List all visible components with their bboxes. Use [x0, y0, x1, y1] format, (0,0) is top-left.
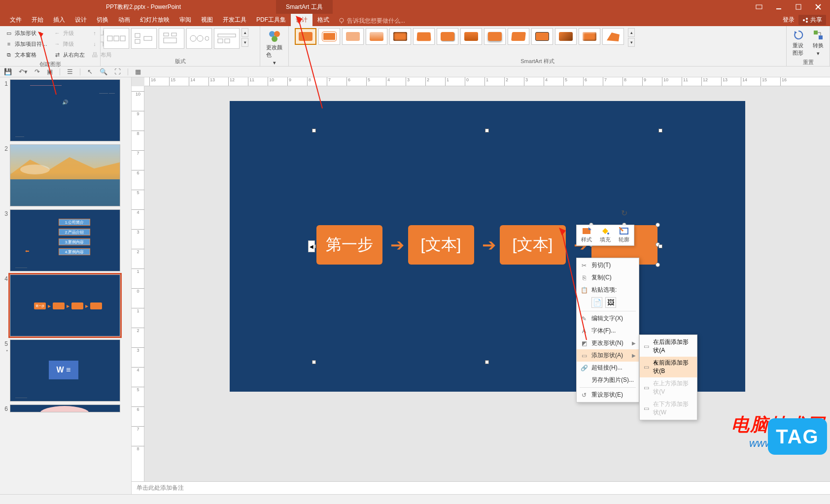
slide-thumbnails-pane[interactable]: 1 ———————— ——— —— 🔊 ——— 2 3 ⬅ 1.公司简介 2.产…	[0, 77, 132, 494]
style-option-14[interactable]	[602, 28, 624, 45]
style-option-7[interactable]	[437, 28, 458, 45]
add-shape-button[interactable]: ▭添加形状▾	[3, 28, 49, 38]
layout-option-1[interactable]	[104, 28, 129, 49]
tab-animations[interactable]: 动画	[113, 14, 135, 26]
text-pane-button[interactable]: ⧉文本窗格	[3, 50, 49, 60]
qat-undo-icon[interactable]: ↶▾	[19, 68, 28, 75]
style-option-1[interactable]	[295, 28, 316, 45]
mini-style-button[interactable]: 样式	[579, 227, 594, 243]
smartart-node-2[interactable]: [文本]	[408, 225, 474, 265]
tab-view[interactable]: 视图	[196, 14, 218, 26]
notes-pane[interactable]: 单击此处添加备注	[132, 481, 830, 494]
style-option-10[interactable]	[508, 28, 529, 45]
gallery-more[interactable]: ▾	[242, 38, 248, 47]
tab-smartart-design[interactable]: 设计	[291, 14, 312, 26]
style-option-8[interactable]	[460, 28, 482, 45]
rotate-handle[interactable]: ↻	[621, 208, 627, 218]
canvas-wrap[interactable]: ◀ 第一步 ➔ [文本] ➔ [文本] ➔ ↻	[144, 86, 830, 481]
tell-me-box[interactable]	[338, 17, 436, 26]
ctx-reset-shape[interactable]: ↺重设形状(E)	[577, 389, 639, 401]
ctx-paste-label: 📋粘贴选项:	[577, 284, 639, 296]
layout-option-2[interactable]	[131, 28, 157, 49]
minimize-icon[interactable]	[769, 0, 789, 14]
paste-option-2[interactable]: 🖼	[605, 297, 616, 308]
tab-design[interactable]: 设计	[70, 14, 92, 26]
maximize-icon[interactable]	[789, 0, 808, 14]
style-option-9[interactable]	[484, 28, 506, 45]
style-more[interactable]: ▾	[628, 38, 635, 47]
smartart-node-1[interactable]: 第一步	[316, 225, 382, 265]
ctx-cut[interactable]: ✂剪切(T)	[577, 259, 639, 271]
slide-thumb-2[interactable]	[10, 144, 120, 206]
tab-developer[interactable]: 开发工具	[218, 14, 251, 26]
layout-option-4[interactable]	[186, 28, 212, 49]
smartart-node-3[interactable]: [文本]	[500, 225, 566, 265]
ribbon-display-options-icon[interactable]	[749, 0, 769, 14]
style-option-6[interactable]	[413, 28, 435, 45]
style-option-13[interactable]	[579, 28, 600, 45]
qat-redo-icon[interactable]: ↷	[35, 68, 40, 75]
ctx-add-shape[interactable]: ▭添加形状(A)▶	[577, 349, 639, 362]
convert-button[interactable]: 转换▾	[809, 28, 827, 58]
ctx-copy[interactable]: ⎘复制(C)	[577, 271, 639, 284]
reset-graphic-button[interactable]: 重设图形	[790, 28, 807, 58]
tab-home[interactable]: 开始	[27, 14, 48, 26]
add-bullet-button[interactable]: ≡添加项目符…	[3, 39, 49, 49]
sel-handle-e[interactable]	[658, 244, 662, 248]
smartart-text-pane-toggle[interactable]: ◀	[308, 240, 315, 252]
tab-insert[interactable]: 插入	[48, 14, 70, 26]
qat-fit-icon[interactable]: ⛶	[114, 68, 121, 75]
tab-smartart-format[interactable]: 格式	[312, 14, 334, 26]
ctx-edit-text[interactable]: ✎编辑文字(X)	[577, 312, 639, 325]
ctx-hyperlink[interactable]: 🔗超链接(H)...	[577, 362, 639, 374]
promote-button[interactable]: ←升级	[51, 28, 87, 38]
layout-option-5[interactable]	[214, 28, 240, 49]
demote-button[interactable]: →降级	[51, 39, 87, 49]
qat-macro-icon[interactable]: ▦	[135, 68, 141, 75]
sub-add-after[interactable]: ▭在后面添加形状(A	[640, 336, 697, 357]
close-icon[interactable]	[808, 0, 828, 14]
sel-handle-ne[interactable]	[658, 129, 662, 133]
group-change-colors: 更改颜色▾	[260, 26, 289, 66]
style-option-3[interactable]	[342, 28, 364, 45]
tab-transitions[interactable]: 切换	[92, 14, 113, 26]
tab-slideshow[interactable]: 幻灯片放映	[135, 14, 174, 26]
sel-handle-sw[interactable]	[312, 360, 316, 364]
tab-pdf-tools[interactable]: PDF工具集	[251, 14, 291, 26]
ctx-change-shape[interactable]: ◩更改形状(N)▶	[577, 337, 639, 349]
sel-handle-s[interactable]	[485, 360, 489, 364]
style-option-12[interactable]	[555, 28, 577, 45]
sub-add-before[interactable]: ▭在前面添加形状(B ↖	[640, 357, 697, 377]
qat-slideshow-icon[interactable]: ▣	[47, 68, 53, 75]
tab-file[interactable]: 文件	[5, 14, 27, 26]
share-button[interactable]: 共享	[798, 15, 826, 25]
slide-thumb-5[interactable]: W ≡ ————	[10, 339, 120, 402]
ctx-save-as-pic[interactable]: 另存为图片(S)...	[577, 374, 639, 386]
sel-handle-nw[interactable]	[312, 129, 316, 133]
tell-me-input[interactable]	[347, 17, 436, 24]
style-option-11[interactable]	[531, 28, 553, 45]
rtl-button[interactable]: ⇄从右向左	[51, 50, 87, 60]
sel-handle-n[interactable]	[485, 129, 489, 133]
slide-thumb-1[interactable]: ———————— ——— —— 🔊 ———	[10, 79, 120, 141]
qat-zoom-icon[interactable]: 🔍	[100, 68, 107, 75]
style-scroll-up[interactable]: ▴	[628, 28, 635, 37]
login-link[interactable]: 登录	[783, 16, 795, 24]
style-option-4[interactable]	[366, 28, 387, 45]
style-option-2[interactable]	[318, 28, 340, 45]
style-option-5[interactable]	[389, 28, 411, 45]
gallery-scroll-up[interactable]: ▴	[242, 28, 248, 37]
tab-review[interactable]: 审阅	[174, 14, 196, 26]
mini-outline-button[interactable]: 轮廓	[616, 227, 632, 243]
qat-cursor-icon[interactable]: ↖	[87, 68, 93, 75]
qat-touch-mode-icon[interactable]: ☰	[67, 68, 73, 75]
ctx-font[interactable]: A字体(F)...	[577, 325, 639, 337]
qat-save-icon[interactable]: 💾	[4, 68, 12, 75]
paste-option-1[interactable]: 📄	[591, 297, 602, 308]
slide-thumb-4[interactable]: 第一步 ▶ ▶ ▶	[10, 274, 120, 336]
change-colors-button[interactable]: 更改颜色▾	[263, 27, 285, 68]
slide-thumb-3[interactable]: ⬅ 1.公司简介 2.产品介绍 3.案例内容 4.案例内容 ————	[10, 209, 120, 271]
mini-fill-button[interactable]: 填充	[597, 227, 613, 243]
slide-thumb-6[interactable]	[10, 404, 120, 412]
layout-option-3[interactable]	[159, 28, 184, 49]
